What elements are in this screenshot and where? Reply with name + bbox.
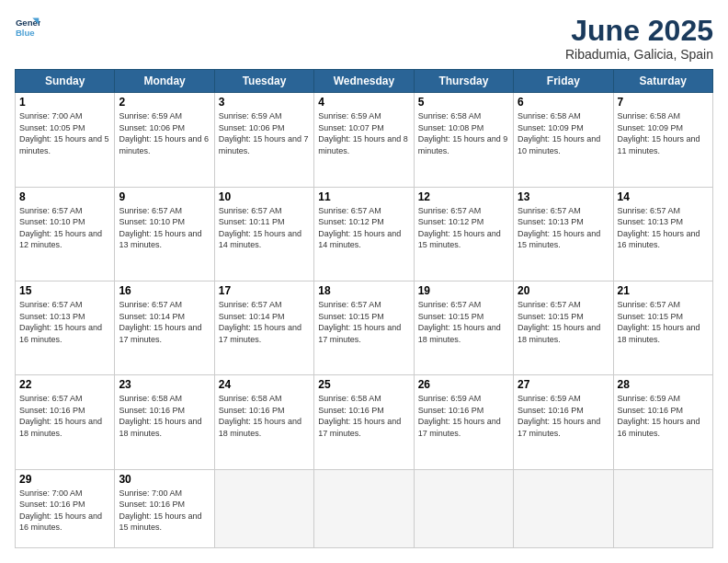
- calendar-week-row: 15 Sunrise: 6:57 AM Sunset: 10:13 PM Day…: [16, 281, 713, 374]
- day-number: 17: [219, 284, 310, 297]
- table-row: 28 Sunrise: 6:59 AM Sunset: 10:16 PM Day…: [613, 375, 712, 469]
- day-info: Sunrise: 6:57 AM Sunset: 10:14 PM Daylig…: [119, 299, 210, 345]
- day-number: 22: [19, 378, 110, 391]
- day-number: 9: [119, 190, 210, 203]
- logo-icon: General Blue: [15, 15, 40, 40]
- day-info: Sunrise: 7:00 AM Sunset: 10:16 PM Daylig…: [19, 488, 110, 534]
- day-number: 18: [318, 284, 409, 297]
- day-info: Sunrise: 6:58 AM Sunset: 10:08 PM Daylig…: [418, 110, 509, 156]
- col-sunday: Sunday: [16, 70, 115, 93]
- day-number: 4: [318, 96, 409, 109]
- day-info: Sunrise: 6:59 AM Sunset: 10:16 PM Daylig…: [418, 393, 509, 439]
- day-number: 8: [19, 190, 110, 203]
- day-info: Sunrise: 6:59 AM Sunset: 10:16 PM Daylig…: [518, 393, 609, 439]
- title-block: June 2025 Ribadumia, Galicia, Spain: [565, 15, 713, 62]
- table-row: 3 Sunrise: 6:59 AM Sunset: 10:06 PM Dayl…: [214, 93, 313, 187]
- day-number: 5: [418, 96, 509, 109]
- table-row: 19 Sunrise: 6:57 AM Sunset: 10:15 PM Day…: [414, 281, 513, 374]
- day-number: 28: [618, 378, 709, 391]
- calendar: Sunday Monday Tuesday Wednesday Thursday…: [15, 69, 713, 548]
- table-row: 21 Sunrise: 6:57 AM Sunset: 10:15 PM Day…: [613, 281, 712, 374]
- day-info: Sunrise: 6:57 AM Sunset: 10:14 PM Daylig…: [219, 299, 310, 345]
- day-info: Sunrise: 6:58 AM Sunset: 10:16 PM Daylig…: [318, 393, 409, 439]
- day-info: Sunrise: 6:57 AM Sunset: 10:12 PM Daylig…: [318, 205, 409, 251]
- day-info: Sunrise: 6:57 AM Sunset: 10:10 PM Daylig…: [119, 205, 210, 251]
- table-row: 24 Sunrise: 6:58 AM Sunset: 10:16 PM Day…: [214, 375, 313, 469]
- day-info: Sunrise: 7:00 AM Sunset: 10:16 PM Daylig…: [119, 488, 210, 534]
- day-info: Sunrise: 6:57 AM Sunset: 10:13 PM Daylig…: [19, 299, 110, 345]
- day-number: 30: [119, 473, 210, 486]
- day-number: 12: [418, 190, 509, 203]
- table-row: 13 Sunrise: 6:57 AM Sunset: 10:13 PM Day…: [514, 187, 613, 281]
- day-number: 24: [219, 378, 310, 391]
- day-number: 3: [219, 96, 310, 109]
- calendar-week-row: 29 Sunrise: 7:00 AM Sunset: 10:16 PM Day…: [16, 469, 713, 547]
- day-info: Sunrise: 6:57 AM Sunset: 10:10 PM Daylig…: [19, 205, 110, 251]
- table-row: 22 Sunrise: 6:57 AM Sunset: 10:16 PM Day…: [16, 375, 115, 469]
- col-wednesday: Wednesday: [314, 70, 414, 93]
- day-number: 13: [518, 190, 609, 203]
- table-row: 30 Sunrise: 7:00 AM Sunset: 10:16 PM Day…: [115, 469, 214, 547]
- day-number: 15: [19, 284, 110, 297]
- day-number: 23: [119, 378, 210, 391]
- table-row: 10 Sunrise: 6:57 AM Sunset: 10:11 PM Day…: [214, 187, 313, 281]
- table-row: 9 Sunrise: 6:57 AM Sunset: 10:10 PM Dayl…: [115, 187, 214, 281]
- month-title: June 2025: [565, 15, 713, 47]
- table-row: 14 Sunrise: 6:57 AM Sunset: 10:13 PM Day…: [613, 187, 712, 281]
- day-info: Sunrise: 6:58 AM Sunset: 10:16 PM Daylig…: [219, 393, 310, 439]
- day-number: 1: [19, 96, 110, 109]
- logo: General Blue: [15, 15, 40, 40]
- table-row: [314, 469, 414, 547]
- day-number: 2: [119, 96, 210, 109]
- day-info: Sunrise: 6:58 AM Sunset: 10:09 PM Daylig…: [518, 110, 609, 156]
- day-info: Sunrise: 6:57 AM Sunset: 10:15 PM Daylig…: [318, 299, 409, 345]
- table-row: 5 Sunrise: 6:58 AM Sunset: 10:08 PM Dayl…: [414, 93, 513, 187]
- col-monday: Monday: [115, 70, 214, 93]
- table-row: 18 Sunrise: 6:57 AM Sunset: 10:15 PM Day…: [314, 281, 414, 374]
- day-number: 16: [119, 284, 210, 297]
- day-number: 26: [418, 378, 509, 391]
- table-row: 20 Sunrise: 6:57 AM Sunset: 10:15 PM Day…: [514, 281, 613, 374]
- table-row: [414, 469, 513, 547]
- calendar-week-row: 8 Sunrise: 6:57 AM Sunset: 10:10 PM Dayl…: [16, 187, 713, 281]
- day-number: 21: [618, 284, 709, 297]
- day-number: 29: [19, 473, 110, 486]
- day-info: Sunrise: 6:57 AM Sunset: 10:15 PM Daylig…: [418, 299, 509, 345]
- table-row: [514, 469, 613, 547]
- day-number: 10: [219, 190, 310, 203]
- day-info: Sunrise: 6:58 AM Sunset: 10:09 PM Daylig…: [618, 110, 709, 156]
- table-row: 25 Sunrise: 6:58 AM Sunset: 10:16 PM Day…: [314, 375, 414, 469]
- day-info: Sunrise: 6:57 AM Sunset: 10:13 PM Daylig…: [618, 205, 709, 251]
- day-info: Sunrise: 6:59 AM Sunset: 10:07 PM Daylig…: [318, 110, 409, 156]
- day-info: Sunrise: 6:57 AM Sunset: 10:15 PM Daylig…: [618, 299, 709, 345]
- table-row: 26 Sunrise: 6:59 AM Sunset: 10:16 PM Day…: [414, 375, 513, 469]
- table-row: 2 Sunrise: 6:59 AM Sunset: 10:06 PM Dayl…: [115, 93, 214, 187]
- table-row: 4 Sunrise: 6:59 AM Sunset: 10:07 PM Dayl…: [314, 93, 414, 187]
- calendar-week-row: 1 Sunrise: 7:00 AM Sunset: 10:05 PM Dayl…: [16, 93, 713, 187]
- day-info: Sunrise: 6:57 AM Sunset: 10:11 PM Daylig…: [219, 205, 310, 251]
- day-number: 19: [418, 284, 509, 297]
- col-thursday: Thursday: [414, 70, 513, 93]
- table-row: 29 Sunrise: 7:00 AM Sunset: 10:16 PM Day…: [16, 469, 115, 547]
- table-row: 7 Sunrise: 6:58 AM Sunset: 10:09 PM Dayl…: [613, 93, 712, 187]
- table-row: [214, 469, 313, 547]
- day-info: Sunrise: 6:59 AM Sunset: 10:16 PM Daylig…: [618, 393, 709, 439]
- day-info: Sunrise: 6:57 AM Sunset: 10:15 PM Daylig…: [518, 299, 609, 345]
- table-row: 11 Sunrise: 6:57 AM Sunset: 10:12 PM Day…: [314, 187, 414, 281]
- day-info: Sunrise: 7:00 AM Sunset: 10:05 PM Daylig…: [19, 110, 110, 156]
- day-number: 14: [618, 190, 709, 203]
- header: General Blue June 2025 Ribadumia, Galici…: [15, 15, 713, 62]
- day-info: Sunrise: 6:57 AM Sunset: 10:16 PM Daylig…: [19, 393, 110, 439]
- table-row: 12 Sunrise: 6:57 AM Sunset: 10:12 PM Day…: [414, 187, 513, 281]
- day-number: 6: [518, 96, 609, 109]
- day-number: 25: [318, 378, 409, 391]
- location: Ribadumia, Galicia, Spain: [565, 47, 713, 62]
- table-row: 27 Sunrise: 6:59 AM Sunset: 10:16 PM Day…: [514, 375, 613, 469]
- calendar-header-row: Sunday Monday Tuesday Wednesday Thursday…: [16, 70, 713, 93]
- table-row: [613, 469, 712, 547]
- day-info: Sunrise: 6:57 AM Sunset: 10:12 PM Daylig…: [418, 205, 509, 251]
- col-tuesday: Tuesday: [214, 70, 313, 93]
- table-row: 15 Sunrise: 6:57 AM Sunset: 10:13 PM Day…: [16, 281, 115, 374]
- calendar-week-row: 22 Sunrise: 6:57 AM Sunset: 10:16 PM Day…: [16, 375, 713, 469]
- day-info: Sunrise: 6:58 AM Sunset: 10:16 PM Daylig…: [119, 393, 210, 439]
